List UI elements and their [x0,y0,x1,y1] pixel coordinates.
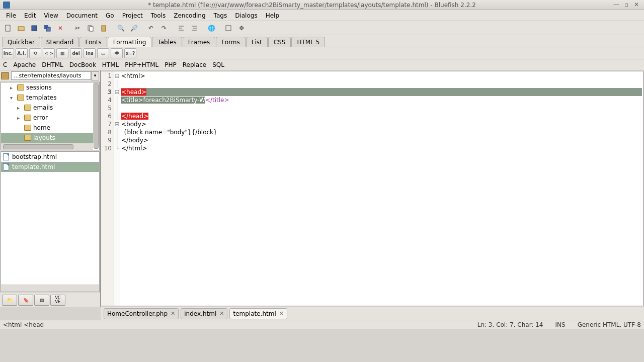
format-button-9[interactable]: x=? [124,48,136,58]
filelist-hscrollbar[interactable] [1,285,99,292]
minimize-button[interactable]: — [612,2,621,9]
toolbar-tab-standard[interactable]: Standard [41,37,79,47]
expander-icon[interactable]: ▸ [17,105,22,111]
fold-column[interactable]: ⊟│⊟│││⊟││└ [114,71,120,306]
close-icon[interactable]: ✕ [171,310,175,317]
editor-tab-HomeController.php[interactable]: HomeController.php✕ [104,308,179,319]
tree-item-home[interactable]: home [1,123,99,133]
toolbar-tab-tables[interactable]: Tables [152,37,182,47]
sidebar-tab-chars[interactable]: VCVE [50,295,65,306]
code-line-7[interactable]: <body> [121,120,642,128]
copy-button[interactable] [85,22,97,34]
expander-icon[interactable]: ▾ [10,95,15,101]
code-line-3[interactable]: <head> [121,88,642,96]
sidebar-tab-bookmarks[interactable]: 🔖 [18,295,33,306]
tree-hscrollbar[interactable] [1,143,93,150]
expander-icon[interactable]: ▸ [17,115,22,121]
tree-item-layouts[interactable]: layouts [1,133,99,143]
save-as-button[interactable] [41,22,53,34]
toolbar-tab-quickbar[interactable]: Quickbar [2,37,40,47]
close-icon[interactable]: ✕ [219,310,224,317]
paste-button[interactable] [98,22,110,34]
tree-item-error[interactable]: ▸error [1,113,99,123]
lang-php[interactable]: PHP [165,61,177,68]
status-insert-mode[interactable]: INS [555,321,566,328]
fullscreen-button[interactable] [222,22,234,34]
code-line-5[interactable] [121,104,642,112]
format-button-8[interactable]: 👁 [111,48,123,58]
lang-php-html[interactable]: PHP+HTML [125,61,158,68]
code-line-10[interactable]: </html> [121,144,642,152]
indent-button[interactable] [188,22,200,34]
cut-button[interactable]: ✂ [71,22,84,34]
lang-dhtml[interactable]: DHTML [42,61,63,68]
toolbar-tab-fonts[interactable]: Fonts [79,37,107,47]
editor-tab-template.html[interactable]: template.html✕ [229,308,287,319]
status-encoding[interactable]: Generic HTML, UTF-8 [578,321,641,328]
toolbar-tab-formatting[interactable]: Formatting [108,37,152,47]
find-button[interactable]: 🔍 [115,22,127,34]
tree-vscrollbar[interactable] [93,82,99,143]
tree-item-sessions[interactable]: ▸sessions [1,82,99,93]
format-button-6[interactable]: Ins [84,48,96,58]
folder-tree[interactable]: ▸sessions▾templates▸emails▸errorhomelayo… [1,82,100,150]
lang-docbook[interactable]: DocBook [69,61,96,68]
lang-replace[interactable]: Replace [183,61,206,68]
menu-file[interactable]: File [2,11,20,20]
expander-icon[interactable]: ▸ [10,85,15,90]
menu-project[interactable]: Project [118,11,147,20]
close-icon[interactable]: ✕ [279,310,284,317]
lang-sql[interactable]: SQL [212,61,224,68]
close-file-button[interactable]: ✕ [54,22,66,34]
path-dropdown-icon[interactable]: ▾ [91,71,99,80]
menu-zencoding[interactable]: Zencoding [170,11,209,20]
lang-apache[interactable]: Apache [13,61,36,68]
menu-view[interactable]: View [40,11,62,20]
code-line-8[interactable]: {block name="body"}{/block} [121,128,642,136]
menu-document[interactable]: Document [62,11,102,20]
sidebar-tab-snippets[interactable]: ▤ [34,295,49,306]
file-item-template.html[interactable]: template.html [1,162,99,172]
format-button-7[interactable]: ▭ [97,48,109,58]
path-selector[interactable]: ...ster/templates/layouts ▾ [0,70,100,81]
menu-edit[interactable]: Edit [20,11,40,20]
new-file-button[interactable] [2,22,14,34]
toolbar-tab-list[interactable]: List [246,37,268,47]
undo-button[interactable]: ↶ [145,22,157,34]
open-button[interactable] [15,22,27,34]
redo-button[interactable]: ↷ [158,22,170,34]
save-button[interactable] [28,22,40,34]
tree-item-templates[interactable]: ▾templates [1,93,99,103]
file-list[interactable]: bootstrap.htmltemplate.html [1,151,100,292]
toolbar-tab-css[interactable]: CSS [268,37,291,47]
menu-tools[interactable]: Tools [147,11,170,20]
code-line-4[interactable]: <title>foreach2BiSmarty-W</title> [121,96,642,104]
menu-tags[interactable]: Tags [210,11,231,20]
editor-tab-index.html[interactable]: index.html✕ [181,308,227,319]
sidebar-tab-files[interactable]: 📁 [2,295,17,306]
format-button-2[interactable]: ⟲ [29,48,41,58]
menu-help[interactable]: Help [262,11,283,20]
maximize-button[interactable]: ▫ [622,2,631,9]
format-button-1[interactable]: A.I. [16,48,28,58]
code-line-2[interactable] [121,80,642,88]
lang-html[interactable]: HTML [102,61,119,68]
code-line-6[interactable]: </head> [121,112,642,120]
code-editor[interactable]: 12345678910 ⊟│⊟│││⊟││└ <html><head><titl… [101,71,643,306]
file-item-bootstrap.html[interactable]: bootstrap.html [1,152,99,162]
format-button-4[interactable]: ▦ [56,48,68,58]
lang-c[interactable]: C [3,61,7,68]
close-button[interactable]: ✕ [632,2,641,9]
format-button-0[interactable]: Inc. [2,48,14,58]
tree-item-emails[interactable]: ▸emails [1,103,99,113]
menu-dialogs[interactable]: Dialogs [231,11,261,20]
toolbar-tab-frames[interactable]: Frames [183,37,216,47]
code-line-9[interactable]: </body> [121,136,642,144]
sidebar-toggle-button[interactable]: ✥ [235,22,248,34]
browser-preview-button[interactable]: 🌐 [205,22,217,34]
toolbar-tab-forms[interactable]: Forms [216,37,245,47]
format-button-3[interactable]: < > [43,48,55,58]
unindent-button[interactable] [175,22,187,34]
menu-go[interactable]: Go [102,11,118,20]
format-button-5[interactable]: del [70,48,82,58]
